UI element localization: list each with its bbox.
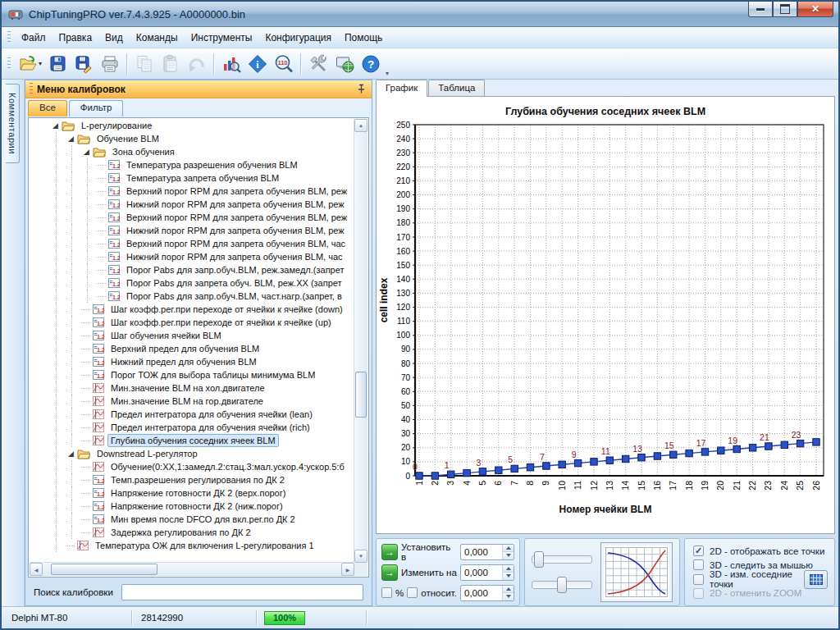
menu-item-1[interactable]: Правка: [52, 29, 99, 47]
chart-search-button[interactable]: [218, 52, 244, 76]
set-value-field[interactable]: 0,000: [461, 545, 502, 559]
tree-horizontal-scrollbar[interactable]: ◀ ▶: [30, 562, 354, 576]
tree-item[interactable]: Мин.значение BLM на хол.двигателе: [49, 381, 354, 395]
expand-arrow-icon[interactable]: ◢: [65, 132, 77, 145]
print-button[interactable]: [97, 52, 123, 76]
option-checkbox-2[interactable]: [693, 574, 704, 585]
tree-item[interactable]: Обучение(0:ХХ,1:замедл.2:стац.3:мал.уско…: [49, 460, 354, 473]
copy-button[interactable]: [131, 52, 158, 76]
tree-item[interactable]: 1.2Шаг коэфф.рег.при переходе от ячейки …: [49, 303, 354, 316]
open-button[interactable]: [15, 52, 41, 76]
tree-item[interactable]: 1.2Напряжение готовности ДК 2 (ниж.порог…: [49, 500, 354, 513]
blm-depth-chart[interactable]: 0102030405060708090100110120130140150160…: [377, 120, 833, 504]
save-button[interactable]: [44, 52, 71, 76]
expand-arrow-icon[interactable]: ◢: [65, 447, 77, 460]
tree-item[interactable]: 1.2Порог Pabs для запр.обуч.BLM, реж.зам…: [49, 263, 354, 276]
tree-item[interactable]: Предел интегратора для обучения ячейки (…: [49, 421, 354, 434]
set-spin-down-button[interactable]: [503, 551, 514, 559]
change-value-button[interactable]: →: [381, 564, 398, 581]
paste-button[interactable]: [158, 52, 184, 76]
curve-preview-button[interactable]: [600, 542, 673, 602]
menu-item-4[interactable]: Инструменты: [185, 29, 259, 47]
tree-item[interactable]: 1.2Шаг обучения ячейки BLM: [49, 329, 354, 342]
tree-item[interactable]: 1.2Порог ТОЖ для выбора таблицы минимума…: [49, 368, 354, 381]
tree-item[interactable]: ◢Зона обучения: [49, 145, 354, 158]
relative-value-spinner[interactable]: 0,000: [460, 585, 514, 601]
percent-checkbox[interactable]: [381, 587, 392, 598]
relative-spin-up-button[interactable]: [503, 586, 514, 593]
tree-item[interactable]: 1.2Верхний предел для обучения BLM: [49, 342, 354, 355]
tree-item[interactable]: Температура ОЖ для включения L-регулиров…: [49, 539, 354, 552]
relative-spin-down-button[interactable]: [503, 592, 514, 600]
scroll-left-icon[interactable]: ◀: [30, 563, 43, 576]
tree-item[interactable]: 1.2Порог Pabs для запр.обуч.BLM, част.на…: [49, 290, 354, 303]
tree-item[interactable]: Задержка регулирования по ДК 2: [49, 526, 354, 539]
slider-bottom[interactable]: [532, 581, 592, 589]
set-value-spinner[interactable]: 0,000: [460, 544, 514, 560]
slider-bottom-thumb[interactable]: [557, 577, 567, 593]
help-button[interactable]: ?: [358, 52, 384, 76]
tree-item[interactable]: 1.2Температура разрешения обучения BLM: [49, 158, 354, 171]
option-checkbox-1[interactable]: [693, 559, 704, 570]
scroll-right-icon[interactable]: ▶: [341, 563, 354, 576]
open-dropdown-icon[interactable]: ▾: [39, 60, 42, 67]
relative-value-field[interactable]: 0,000: [461, 586, 502, 600]
set-value-button[interactable]: →: [381, 544, 398, 560]
internet-button[interactable]: [331, 52, 358, 76]
scroll-down-icon[interactable]: ▼: [354, 550, 368, 563]
info-button[interactable]: i: [244, 52, 271, 76]
slider-top[interactable]: [532, 555, 592, 564]
menu-item-0[interactable]: Файл: [15, 29, 52, 47]
calibration-tab-1[interactable]: Фильтр: [69, 100, 124, 116]
menu-item-5[interactable]: Конфигурация: [258, 29, 338, 47]
tree-item[interactable]: 1.2Нижний предел для обучения BLM: [49, 355, 354, 368]
tree-item[interactable]: 1.2Нижний порог RPM для запрета обучения…: [49, 250, 354, 263]
tree-item[interactable]: Предел интегратора для обучения ячейки (…: [49, 408, 354, 421]
view-tab-1[interactable]: Таблица: [428, 80, 485, 97]
search-input[interactable]: [121, 584, 363, 600]
menu-item-6[interactable]: Помощь: [338, 29, 389, 47]
close-button[interactable]: ✕: [797, 2, 833, 17]
tree-item[interactable]: 1.2Верхний порог RPM для запрета обучени…: [49, 211, 354, 224]
change-spin-up-button[interactable]: [503, 565, 514, 573]
change-value-spinner[interactable]: 0,000: [460, 564, 514, 581]
toolbar-overflow-icon[interactable]: ▾: [386, 70, 389, 77]
tree-item[interactable]: ◢L-регулирование: [49, 119, 354, 132]
tree-item[interactable]: 1.2Нижний порог RPM для запрета обучения…: [49, 198, 354, 211]
tree-vertical-scrollbar[interactable]: ▲ ▼: [354, 119, 368, 563]
option-checkbox-0[interactable]: ✓: [693, 546, 704, 556]
pin-button[interactable]: [356, 84, 367, 94]
tree-item[interactable]: 1.2Темп.разрешения регулирования по ДК 2: [49, 473, 354, 486]
tools-button[interactable]: [305, 52, 331, 76]
vertical-scroll-thumb[interactable]: [355, 372, 367, 418]
tree-item[interactable]: 1.2Верхний порог RPM для запрета обучени…: [49, 237, 354, 250]
tree-item[interactable]: ◢Обучение BLM: [49, 132, 354, 145]
scroll-up-icon[interactable]: ▲: [354, 119, 368, 132]
tree-item[interactable]: 1.2Нижний порог RPM для запрета обучения…: [49, 224, 354, 237]
tree-item[interactable]: 1.2Мин время после DFCO для вкл.рег.по Д…: [49, 513, 354, 526]
change-value-field[interactable]: 0,000: [461, 565, 502, 580]
option-checkbox-3[interactable]: [693, 588, 704, 599]
maximize-button[interactable]: [773, 2, 797, 17]
expand-arrow-icon[interactable]: ◢: [80, 145, 93, 158]
horizontal-scroll-thumb[interactable]: [51, 564, 158, 575]
undo-button[interactable]: [184, 52, 210, 76]
menu-item-2[interactable]: Вид: [98, 29, 130, 47]
tree-item[interactable]: Глубина обучения соседних ячеек BLM: [49, 434, 354, 447]
tree-item[interactable]: Мин.значение BLM на гор.двигателе: [49, 395, 354, 408]
tree-item[interactable]: 1.2Верхний порог RPM для запрета обучени…: [49, 185, 354, 198]
slider-top-thumb[interactable]: [534, 551, 544, 568]
tree-item[interactable]: 1.2Порог Pabs для запрета обуч. BLM, реж…: [49, 276, 354, 290]
expand-arrow-icon[interactable]: ◢: [49, 119, 62, 132]
minimize-button[interactable]: [748, 2, 773, 17]
tree-item[interactable]: ◢Downstread L-регулятор: [49, 447, 354, 460]
tab-comments[interactable]: Комментарии: [6, 84, 20, 163]
tree-item[interactable]: 1.2Напряжение готовности ДК 2 (верх.поро…: [49, 486, 354, 500]
save-as-button[interactable]: [71, 52, 97, 76]
relative-checkbox[interactable]: [407, 587, 418, 598]
view-tab-0[interactable]: График: [376, 80, 427, 97]
zoom-110-button[interactable]: 110: [271, 52, 297, 76]
menu-item-3[interactable]: Команды: [130, 29, 185, 47]
tree-item[interactable]: 1.2Температура запрета обучения BLM: [49, 171, 354, 185]
set-spin-up-button[interactable]: [503, 545, 514, 552]
